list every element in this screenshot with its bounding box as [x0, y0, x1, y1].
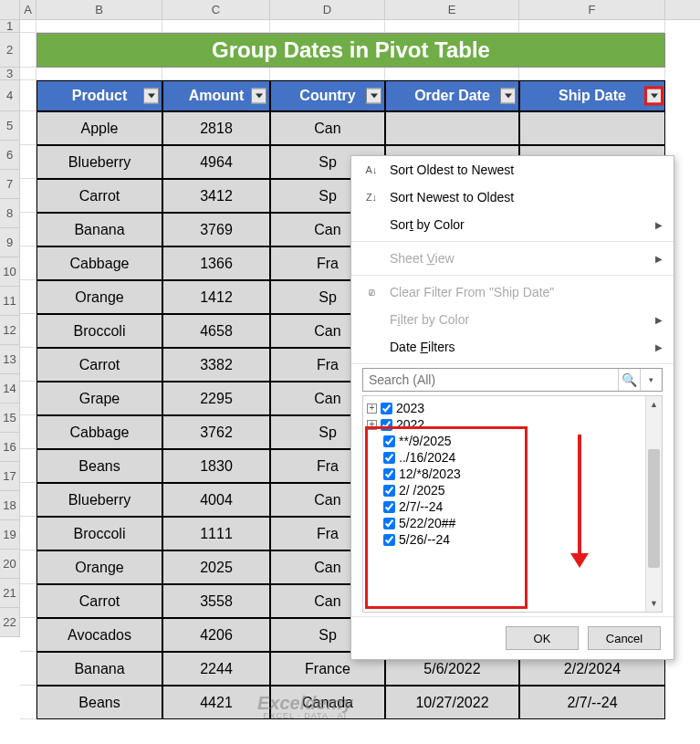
- select-all-corner[interactable]: [0, 0, 20, 19]
- row-header-12[interactable]: 12: [0, 316, 20, 345]
- expand-icon[interactable]: +: [367, 420, 377, 430]
- cell-amount[interactable]: 4964: [162, 145, 270, 179]
- row-header-19[interactable]: 19: [0, 520, 20, 550]
- filter-tree-item[interactable]: **/9/2025: [367, 433, 658, 449]
- table-row[interactable]: Apple2818Can: [20, 111, 700, 145]
- row-header-18[interactable]: 18: [0, 491, 20, 520]
- cell-amount[interactable]: 2295: [162, 382, 270, 415]
- cell-amount[interactable]: 2244: [162, 652, 270, 686]
- sort-newest-oldest[interactable]: Z↓ Sort Newest to Oldest: [351, 183, 674, 211]
- filter-checkbox[interactable]: [381, 403, 392, 414]
- filter-checkbox[interactable]: [383, 518, 395, 529]
- cell-product[interactable]: Beans: [37, 686, 162, 719]
- header-amount[interactable]: Amount: [162, 80, 270, 111]
- col-header-E[interactable]: E: [385, 0, 519, 19]
- col-header-F[interactable]: F: [519, 0, 665, 19]
- scroll-thumb[interactable]: [648, 449, 660, 568]
- filter-checkbox[interactable]: [383, 501, 395, 513]
- col-header-C[interactable]: C: [162, 0, 270, 19]
- cell-ship-date[interactable]: [519, 111, 665, 145]
- cell-product[interactable]: Broccoli: [37, 314, 162, 348]
- cell-country[interactable]: Canada: [270, 686, 385, 719]
- row-header-9[interactable]: 9: [0, 228, 20, 257]
- header-ship-date[interactable]: Ship Date: [519, 80, 665, 111]
- cell-order-date[interactable]: [385, 111, 519, 145]
- title-cell[interactable]: Group Dates in Pivot Table: [37, 33, 665, 68]
- header-order-date[interactable]: Order Date: [385, 80, 519, 111]
- row-header-14[interactable]: 14: [0, 374, 20, 403]
- filter-tree-item[interactable]: 12/*8/2023: [367, 466, 658, 482]
- cell-product[interactable]: Blueberry: [37, 483, 162, 517]
- scroll-up-icon[interactable]: ▲: [646, 396, 662, 413]
- row-header-6[interactable]: 6: [0, 141, 20, 170]
- scroll-down-icon[interactable]: ▼: [646, 595, 662, 612]
- sort-by-color[interactable]: Sort by Color ▶: [351, 211, 674, 238]
- row-header-5[interactable]: 5: [0, 111, 20, 141]
- filter-tree-item[interactable]: 2/ /2025: [367, 482, 658, 498]
- filter-search-input[interactable]: [363, 372, 618, 387]
- cell-amount[interactable]: 3558: [162, 584, 270, 618]
- cell-product[interactable]: Apple: [37, 111, 162, 145]
- filter-btn-country[interactable]: [366, 89, 381, 104]
- filter-tree-item[interactable]: 2/7/--24: [367, 498, 658, 515]
- cell-amount[interactable]: 2818: [162, 111, 270, 145]
- filter-btn-product[interactable]: [143, 89, 159, 104]
- cell-product[interactable]: Grape: [37, 382, 162, 415]
- sort-oldest-newest[interactable]: A↓ Sort Oldest to Newest: [351, 156, 674, 183]
- cell-amount[interactable]: 4658: [162, 314, 270, 348]
- filter-checkbox[interactable]: [383, 468, 395, 480]
- cell-amount[interactable]: 2025: [162, 550, 270, 584]
- cell-product[interactable]: Beans: [37, 449, 162, 483]
- filter-btn-amount[interactable]: [251, 89, 266, 104]
- row-header-4[interactable]: 4: [0, 80, 20, 111]
- row-header-16[interactable]: 16: [0, 433, 20, 462]
- filter-checkbox[interactable]: [383, 452, 395, 464]
- cell-product[interactable]: Cabbage: [37, 246, 162, 280]
- cell-product[interactable]: Carrot: [37, 179, 162, 213]
- tree-scrollbar[interactable]: ▲ ▼: [645, 396, 662, 612]
- col-header-D[interactable]: D: [270, 0, 385, 19]
- col-header-A[interactable]: A: [20, 0, 37, 19]
- search-dropdown-icon[interactable]: ▾: [640, 369, 662, 391]
- row-header-11[interactable]: 11: [0, 287, 20, 316]
- expand-icon[interactable]: +: [367, 403, 377, 414]
- row-header-7[interactable]: 7: [0, 170, 20, 199]
- filter-tree-item[interactable]: +2023: [367, 400, 658, 416]
- cell-amount[interactable]: 4421: [162, 686, 270, 719]
- row-2[interactable]: Group Dates in Pivot Table: [20, 33, 700, 68]
- cell-amount[interactable]: 3762: [162, 415, 270, 449]
- cell-product[interactable]: Avocados: [37, 618, 162, 652]
- col-header-B[interactable]: B: [37, 0, 162, 19]
- row-header-2[interactable]: 2: [0, 33, 20, 68]
- cell-order-date[interactable]: 10/27/2022: [385, 686, 519, 719]
- header-product[interactable]: Product: [37, 80, 162, 111]
- cell-amount[interactable]: 4206: [162, 618, 270, 652]
- cell-amount[interactable]: 3382: [162, 348, 270, 382]
- row-header-3[interactable]: 3: [0, 68, 20, 80]
- cell-product[interactable]: Blueberry: [37, 145, 162, 179]
- row-header-22[interactable]: 22: [0, 608, 20, 637]
- filter-checkbox[interactable]: [383, 435, 395, 447]
- cell-product[interactable]: Banana: [37, 652, 162, 686]
- ok-button[interactable]: OK: [506, 626, 579, 650]
- row-1[interactable]: [20, 20, 700, 33]
- row-header-20[interactable]: 20: [0, 550, 20, 579]
- cell-amount[interactable]: 1412: [162, 280, 270, 314]
- cell-amount[interactable]: 1830: [162, 449, 270, 483]
- cancel-button[interactable]: Cancel: [588, 626, 661, 650]
- filter-tree-item[interactable]: +2022: [367, 416, 658, 433]
- cell-amount[interactable]: 1111: [162, 517, 270, 550]
- row-header-8[interactable]: 8: [0, 199, 20, 228]
- cell-amount[interactable]: 3769: [162, 213, 270, 246]
- cell-amount[interactable]: 3412: [162, 179, 270, 213]
- filter-checkbox[interactable]: [383, 485, 395, 497]
- cell-product[interactable]: Broccoli: [37, 517, 162, 550]
- filter-btn-ship-date[interactable]: [646, 89, 662, 104]
- cell-ship-date[interactable]: 2/7/--24: [519, 686, 665, 719]
- cell-product[interactable]: Orange: [37, 550, 162, 584]
- row-header-17[interactable]: 17: [0, 462, 20, 491]
- row-header-10[interactable]: 10: [0, 257, 20, 287]
- table-row[interactable]: Beans4421Canada10/27/20222/7/--24: [20, 686, 700, 719]
- cell-product[interactable]: Orange: [37, 280, 162, 314]
- row-header-1[interactable]: 1: [0, 20, 20, 33]
